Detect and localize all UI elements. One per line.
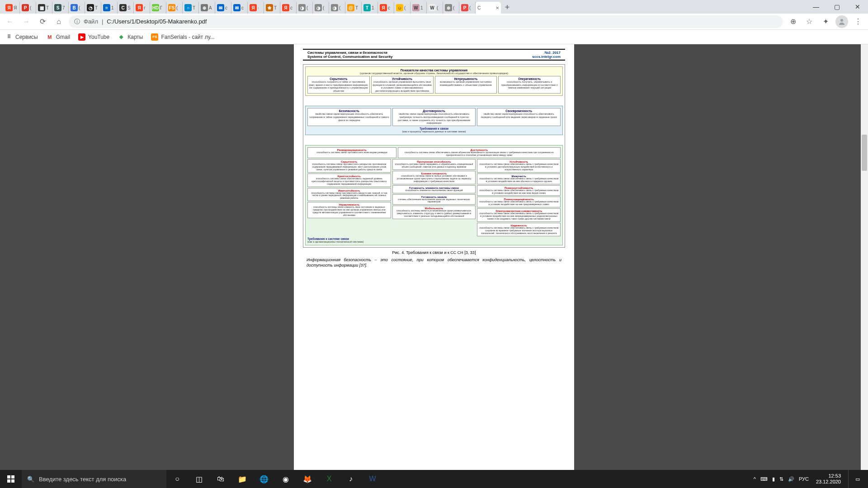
favicon: Я (380, 4, 387, 11)
apps-icon: ⠿ (5, 33, 13, 41)
maximize-button[interactable]: ▢ (826, 0, 847, 14)
browser-tab[interactable]: ⊕А (199, 2, 215, 14)
browser-tab[interactable]: S7 (52, 2, 69, 14)
browser-tab[interactable]: ❀Т (264, 2, 280, 14)
windows-taskbar: 🔍 Введите здесь текст для поиска ○ ◫ 🛍 📁… (0, 470, 868, 488)
favicon: ⊕ (201, 4, 208, 11)
bookmark-youtube[interactable]: ▶YouTube (78, 33, 109, 41)
zoom-icon[interactable]: ⊕ (787, 15, 799, 28)
favicon: ◔ (87, 4, 94, 11)
browser-tab[interactable]: Яг (134, 2, 150, 14)
browser-tab[interactable]: HDГ (150, 2, 166, 14)
task-view-button[interactable]: ◫ (188, 470, 210, 488)
favicon: S (54, 4, 61, 11)
taskbar-app-chrome[interactable]: ◉ (275, 470, 297, 488)
browser-tab[interactable]: ▦Т (36, 2, 52, 14)
scrollbar-thumb[interactable] (862, 135, 867, 171)
browser-tab[interactable]: Яс (378, 2, 394, 14)
browser-tab[interactable]: ◑( (329, 2, 345, 14)
home-button[interactable]: ⌂ (52, 15, 65, 28)
info-icon[interactable]: ⓘ (74, 18, 80, 26)
tray-network-icon[interactable]: ⇅ (779, 476, 783, 482)
maps-icon: ◆ (118, 33, 125, 41)
browser-tab[interactable]: ≡1 (101, 2, 118, 14)
taskbar-app-itunes[interactable]: ♪ (340, 470, 362, 488)
svg-point-0 (840, 19, 843, 22)
bookmark-fanserials[interactable]: FSFanSerials - сайт лу... (151, 33, 214, 41)
tray-notifications-icon[interactable]: ▭ (848, 470, 866, 488)
diagram: Показатели качества системы управления (… (303, 64, 565, 248)
favicon: @ (347, 4, 354, 11)
tab-close-icon[interactable]: × (495, 5, 499, 11)
reload-button[interactable]: ⟳ (36, 15, 49, 28)
browser-tab-active[interactable]: C × (476, 2, 501, 14)
browser-tab[interactable]: ○Т (183, 2, 199, 14)
address-bar[interactable]: ⓘ Файл | C:/Users/1/Desktop/05-Makarenko… (69, 15, 783, 28)
taskbar-app-excel[interactable]: X (318, 470, 340, 488)
vertical-scrollbar[interactable] (861, 44, 868, 470)
bookmark-maps[interactable]: ◆Карты (118, 33, 143, 41)
start-button[interactable] (0, 470, 22, 488)
favicon: ▦ (38, 4, 45, 11)
browser-tab[interactable]: P( (20, 2, 36, 14)
extensions-icon[interactable]: ✦ (819, 15, 832, 28)
bookmark-gmail[interactable]: MGmail (46, 33, 70, 41)
browser-tab[interactable]: CS (118, 2, 134, 14)
favicon: C (119, 4, 127, 11)
forward-button[interactable]: → (20, 15, 33, 28)
favicon: ◑ (298, 4, 306, 11)
menu-icon[interactable]: ⋮ (852, 15, 864, 28)
browser-tab[interactable]: W( (427, 2, 443, 14)
gmail-icon: M (46, 33, 53, 41)
browser-tab[interactable]: Я· (248, 2, 264, 14)
browser-tab[interactable]: ⊕( (443, 2, 459, 14)
url-path: C:/Users/1/Desktop/05-Makarenko.pdf (107, 18, 207, 25)
cortana-button[interactable]: ○ (166, 470, 188, 488)
youtube-icon: ▶ (78, 33, 85, 41)
back-button[interactable]: ← (4, 15, 16, 28)
favicon: ◑ (331, 4, 338, 11)
browser-tab[interactable]: ✉с (231, 2, 248, 14)
tray-volume-icon[interactable]: 🔊 (788, 476, 794, 482)
close-button[interactable]: ✕ (847, 0, 868, 14)
browser-tab[interactable]: P( (459, 2, 476, 14)
taskbar-app-store[interactable]: 🛍 (210, 470, 231, 488)
favicon: ≡ (103, 4, 110, 11)
browser-tab[interactable]: ◑( (313, 2, 329, 14)
browser-tab[interactable]: FS( (166, 2, 183, 14)
taskbar-app-firefox[interactable]: 🦊 (297, 470, 318, 488)
profile-avatar[interactable] (835, 15, 848, 28)
tray-time: 12:53 (816, 473, 841, 479)
favicon: FS (168, 4, 175, 11)
browser-tab[interactable]: ✉с (215, 2, 231, 14)
taskbar-app-edge[interactable]: 🌐 (253, 470, 275, 488)
browser-tab[interactable]: W1 (410, 2, 427, 14)
taskbar-app-explorer[interactable]: 📁 (231, 470, 253, 488)
tab-strip: ЯЯ P( ▦Т S7 B( ◔Т ≡1 CS Яг HDГ FS( ○Т ⊕А… (0, 0, 868, 14)
browser-tab[interactable]: T1 (362, 2, 378, 14)
tray-chevron-icon[interactable]: ^ (754, 476, 756, 482)
browser-tab[interactable]: B( (69, 2, 85, 14)
new-tab-button[interactable]: + (501, 1, 514, 14)
browser-tab[interactable]: ◑( (297, 2, 313, 14)
favicon: ○ (184, 4, 192, 11)
tray-language[interactable]: РУС (799, 476, 809, 482)
bookmark-apps[interactable]: ⠿Сервисы (5, 33, 38, 41)
minimize-button[interactable]: — (806, 0, 826, 14)
browser-tab[interactable]: @Т (345, 2, 362, 14)
tray-clock[interactable]: 12:53 23.12.2020 (813, 473, 844, 485)
taskbar-search[interactable]: 🔍 Введите здесь текст для поиска (22, 470, 166, 488)
bookmark-star-icon[interactable]: ☆ (803, 15, 816, 28)
pdf-page: Системы управления, связи и безопасности… (298, 44, 570, 273)
browser-tab[interactable]: ☺( (394, 2, 410, 14)
browser-tab[interactable]: Яс (280, 2, 297, 14)
favicon: W (412, 4, 420, 11)
journal-issue: №2. 2017 (532, 51, 561, 55)
taskbar-app-word[interactable]: W (362, 470, 383, 488)
pdf-viewer[interactable]: Системы управления, связи и безопасности… (0, 44, 868, 470)
favicon: Я (282, 4, 289, 11)
browser-tab[interactable]: ЯЯ (4, 2, 20, 14)
tray-battery-icon[interactable]: ▮ (772, 476, 775, 482)
tray-input-icon[interactable]: ⌨ (760, 476, 768, 482)
browser-tab[interactable]: ◔Т (85, 2, 101, 14)
